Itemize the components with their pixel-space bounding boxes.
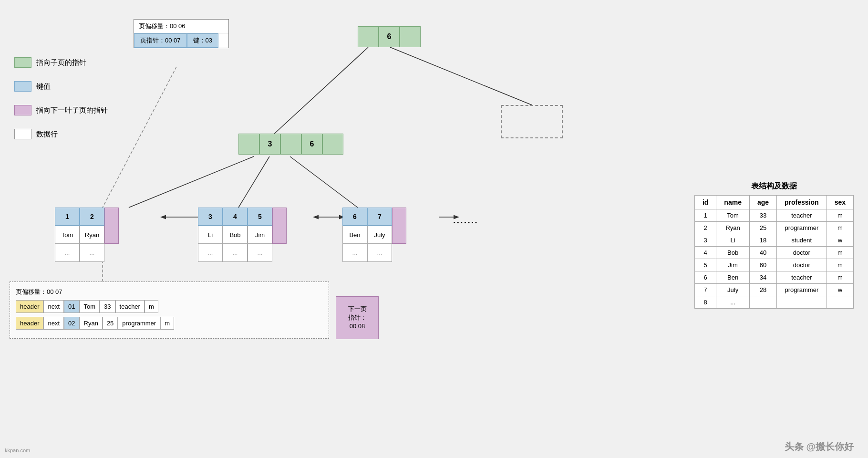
table-cell-4-3: doctor [777, 259, 827, 271]
table-cell-6-1: July [716, 284, 750, 296]
table-row: 8... [694, 296, 853, 309]
detail-age-1: 33 [100, 300, 115, 313]
table-cell-2-4: w [827, 234, 853, 247]
col-header-sex: sex [827, 196, 853, 209]
leaf-dot-3-1: ... [342, 244, 367, 262]
leaf-data-2-2: Bob [223, 226, 248, 244]
table-cell-2-1: Li [716, 234, 750, 247]
leaf-data-2-3: Jim [248, 226, 272, 244]
detail-sex-1: m [145, 300, 158, 313]
table-row: 7July28programmerw [694, 284, 853, 296]
dotdot-text: ....... [453, 215, 478, 226]
detail-page-offset: 页偏移量：00 07 [16, 288, 323, 296]
table-cell-6-4: w [827, 284, 853, 296]
detail-row-1: header next 01 Tom 33 teacher m [16, 300, 323, 313]
table-row: 4Bob40doctorm [694, 247, 853, 259]
leaf-key-2-3: 5 [248, 208, 272, 226]
legend-label-purple: 指向下一叶子页的指针 [36, 106, 108, 115]
leaf-col-3-2: 7 July ... [367, 208, 392, 262]
col-header-age: age [749, 196, 776, 209]
internal-cell-left [238, 134, 259, 155]
watermark: 头条 @搬长你好 [785, 440, 854, 453]
table-row: 2Ryan25programmerm [694, 222, 853, 234]
table-cell-7-0: 8 [694, 296, 716, 309]
table-body: 1Tom33teacherm2Ryan25programmerm3Li18stu… [694, 209, 853, 309]
detail-row-2: header next 02 Ryan 25 programmer m [16, 317, 323, 330]
root-cell-green-right [400, 26, 421, 47]
internal-value-6: 6 [310, 140, 314, 148]
leaf-key-1-1: 1 [55, 208, 80, 226]
internal-cell-6: 6 [301, 134, 322, 155]
detail-age-2: 25 [103, 317, 118, 330]
table-cell-3-4: m [827, 247, 853, 259]
leaf-data-1-2: Ryan [80, 226, 104, 244]
leaf-col-1-1: 1 Tom ... [55, 208, 80, 262]
table-cell-5-2: 34 [749, 271, 776, 284]
table-cell-1-2: 25 [749, 222, 776, 234]
leaf-purple-cell-3 [392, 208, 406, 244]
table-cell-0-3: teacher [777, 209, 827, 222]
leaf-node-1: 1 Tom ... 2 Ryan ... [55, 208, 119, 262]
detail-name-1: Tom [80, 300, 100, 313]
table-cell-0-1: Tom [716, 209, 750, 222]
legend-item-blue: 键值 [14, 81, 108, 92]
detail-box: 页偏移量：00 07 header next 01 Tom 33 teacher… [10, 281, 329, 339]
leaf-key-2-1: 3 [198, 208, 223, 226]
leaf-dot-1-2: ... [80, 244, 104, 262]
table-cell-7-1: ... [716, 296, 750, 309]
detail-id-2: 02 [64, 317, 79, 330]
internal-cell-3: 3 [259, 134, 280, 155]
leaf-data-3-2: July [367, 226, 392, 244]
data-table: id name age profession sex 1Tom33teacher… [694, 195, 854, 309]
table-cell-7-3 [777, 296, 827, 309]
leaf-purple-1 [104, 208, 119, 262]
page-offset-inner: 页指针：00 07 键：03 [134, 33, 228, 48]
svg-line-4 [290, 156, 358, 208]
legend: 指向子页的指针 键值 指向下一叶子页的指针 数据行 [14, 57, 108, 153]
legend-box-green [14, 57, 31, 68]
page-pointer-cell: 页指针：00 07 [134, 33, 187, 48]
col-header-profession: profession [777, 196, 827, 209]
table-cell-7-4 [827, 296, 853, 309]
leaf-key-2-2: 4 [223, 208, 248, 226]
svg-line-2 [129, 156, 254, 208]
leaf-col-2-2: 4 Bob ... [223, 208, 248, 262]
table-row: 5Jim60doctorm [694, 259, 853, 271]
table-row: 3Li18studentw [694, 234, 853, 247]
detail-header-2: header [16, 317, 43, 330]
leaf-dot-1-1: ... [55, 244, 80, 262]
leaf-col-3-1: 6 Ben ... [342, 208, 367, 262]
leaf-purple-3 [392, 208, 406, 262]
leaf-key-3-2: 7 [367, 208, 392, 226]
internal-node: 3 6 [238, 134, 343, 155]
svg-line-0 [272, 47, 368, 136]
legend-label-blue: 键值 [36, 82, 51, 91]
detail-sex-2: m [160, 317, 174, 330]
table-cell-5-3: teacher [777, 271, 827, 284]
table-cell-2-0: 3 [694, 234, 716, 247]
detail-header-1: header [16, 300, 43, 313]
leaf-data-2-1: Li [198, 226, 223, 244]
leaf-col-2-3: 5 Jim ... [248, 208, 272, 262]
table-cell-3-2: 40 [749, 247, 776, 259]
legend-box-purple [14, 105, 31, 115]
detail-profession-1: teacher [115, 300, 145, 313]
watermark2: kkpan.com [5, 448, 30, 453]
table-cell-5-0: 6 [694, 271, 716, 284]
leaf-node-3-keys: 6 Ben ... 7 July ... [342, 208, 406, 262]
leaf-data-1-1: Tom [55, 226, 80, 244]
table-cell-0-2: 33 [749, 209, 776, 222]
leaf-data-3-1: Ben [342, 226, 367, 244]
table-cell-1-0: 2 [694, 222, 716, 234]
root-cell-green-center: 6 [379, 26, 400, 47]
table-cell-7-2 [749, 296, 776, 309]
leaf-col-2-1: 3 Li ... [198, 208, 223, 262]
internal-cell-mid [280, 134, 301, 155]
table-header-row: id name age profession sex [694, 196, 853, 209]
table-cell-4-1: Jim [716, 259, 750, 271]
table-cell-2-2: 18 [749, 234, 776, 247]
table-row: 6Ben34teacherm [694, 271, 853, 284]
detail-id-1: 01 [64, 300, 79, 313]
svg-line-3 [238, 156, 269, 208]
leaf-key-3-1: 6 [342, 208, 367, 226]
